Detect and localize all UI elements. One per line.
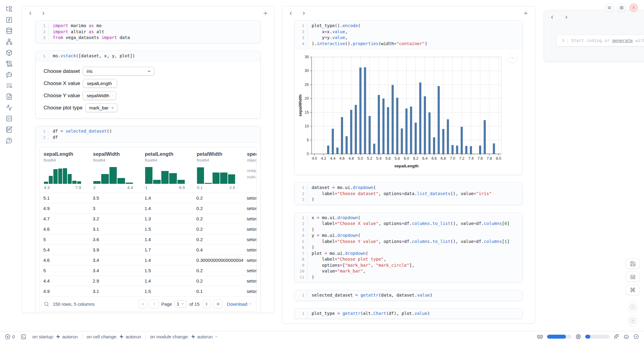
next-page-button[interactable] — [202, 299, 211, 308]
rail-snippets-button[interactable] — [6, 115, 13, 122]
line-number: 11 — [295, 274, 307, 280]
table-row[interactable]: 4.63.41.40.30000000000000004setosa — [40, 255, 256, 265]
line-number: 10 — [295, 268, 307, 274]
table-row[interactable]: 53.41.50.2setosa — [40, 265, 256, 276]
rail-ai-chat-button[interactable] — [6, 71, 13, 78]
table-row[interactable]: 5.43.91.70.4setosa — [40, 244, 256, 255]
code-editor[interactable]: 1mo.vstack([dataset, x, y, plot]) — [36, 51, 260, 61]
generate-link[interactable]: generate — [612, 38, 633, 43]
rail-data-sources-button[interactable] — [6, 27, 13, 34]
svg-text:4.4: 4.4 — [330, 156, 335, 161]
svg-text:6.2: 6.2 — [413, 156, 418, 161]
first-page-button[interactable] — [138, 299, 147, 308]
bar-chart[interactable]: 4.04.24.44.64.85.05.25.45.65.86.06.26.46… — [298, 52, 520, 171]
y-value-select[interactable]: sepalWidth — [83, 91, 116, 100]
rail-variables-button[interactable] — [6, 16, 13, 23]
code-editor[interactable]: 1x = mo.ui.dropdown(2 label="Choose X va… — [295, 213, 522, 283]
rail-help-button[interactable] — [6, 137, 13, 144]
panel-next-button[interactable] — [41, 10, 46, 16]
panel-prev-button[interactable] — [549, 14, 555, 20]
cell-dataset-dropdown[interactable]: 1dataset = mo.ui.dropdown(2 label="Choos… — [294, 182, 523, 205]
add-cell-button[interactable] — [523, 10, 529, 16]
bar — [355, 105, 357, 154]
last-page-button[interactable] — [213, 299, 223, 308]
cell-dataframe[interactable]: 1df = selected_dataset()2df sepalLengthf… — [35, 126, 261, 313]
column-histogram[interactable] — [93, 166, 133, 184]
table-row[interactable]: 53.61.40.2setosa — [40, 234, 256, 244]
column-name[interactable]: sepalLength — [44, 151, 89, 157]
error-indicator[interactable]: 0 — [5, 334, 15, 340]
rail-outline-button[interactable] — [6, 82, 13, 89]
menu-button[interactable] — [605, 3, 614, 12]
run-button[interactable] — [627, 315, 638, 326]
bar — [406, 109, 408, 154]
plot-type-select[interactable]: mark_bar — [85, 103, 117, 112]
table-cell: 0.2 — [193, 193, 243, 203]
dataset-select[interactable]: iris — [83, 67, 154, 76]
table-row[interactable]: 4.63.11.50.2setosa — [40, 224, 256, 234]
code-editor[interactable]: 1plot_type = getattr(alt.Chart(df), plot… — [295, 308, 522, 319]
rail-documentation-button[interactable] — [6, 93, 13, 100]
table-row[interactable]: 4.931.40.2setosa — [40, 203, 256, 213]
code-editor[interactable]: 1df = selected_dataset()2df — [36, 126, 260, 142]
column-name[interactable]: sepalWidth — [93, 151, 141, 157]
code-editor[interactable]: 1selected_dataset = getattr(data, datase… — [295, 290, 522, 301]
table-cell: 0.2 — [193, 213, 243, 224]
rail-dependency-graph-button[interactable] — [6, 38, 13, 45]
cell-vstack[interactable]: 1mo.vstack([dataset, x, y, plot]) Choose… — [35, 51, 261, 119]
table-cell: 3.1 — [89, 286, 141, 296]
column-name[interactable]: species — [247, 151, 257, 157]
cell-plot[interactable]: 1plot_type().encode(2 x=x.value,3 y=y.va… — [294, 20, 523, 175]
column-name[interactable]: petalWidth — [197, 151, 243, 157]
code-editor[interactable]: 1plot_type().encode(2 x=x.value,3 y=y.va… — [295, 21, 522, 49]
layout-button[interactable] — [626, 272, 640, 282]
column-name[interactable]: petalLength — [145, 151, 193, 157]
runtime-setting-1[interactable]: on cell change:autorun — [87, 334, 141, 339]
column-histogram[interactable] — [197, 166, 235, 184]
command-palette-button[interactable] — [626, 285, 640, 295]
svg-text:5.4: 5.4 — [376, 156, 381, 161]
control-label: Choose plot type — [44, 105, 83, 111]
table-row[interactable]: 4.73.21.30.2setosa — [40, 213, 256, 224]
rail-scratchpad-button[interactable] — [6, 126, 13, 133]
terminal-button[interactable] — [21, 334, 26, 340]
download-button[interactable]: Download — [227, 301, 252, 307]
copilot-button[interactable] — [623, 334, 629, 340]
panel-prev-button[interactable] — [28, 10, 33, 16]
code-editor[interactable]: 1import marimo as mo2import altair as al… — [36, 21, 260, 43]
save-button[interactable] — [626, 258, 640, 269]
cell-xyplot-dropdowns[interactable]: 1x = mo.ui.dropdown(2 label="Choose X va… — [294, 212, 523, 283]
column-histogram[interactable] — [44, 166, 81, 184]
rail-logs-button[interactable] — [6, 60, 13, 67]
close-panel-button[interactable] — [629, 3, 638, 12]
cell-imports[interactable]: 1import marimo as mo2import altair as al… — [35, 20, 261, 43]
table-row[interactable]: 5.13.51.40.2setosa — [40, 193, 256, 203]
rail-file-explorer-button[interactable] — [6, 5, 13, 12]
code-line: 5 label="Choose Y value", options=df.col… — [295, 239, 522, 245]
svg-text:4.6: 4.6 — [339, 156, 345, 161]
cell-plot-type[interactable]: 1plot_type = getattr(alt.Chart(df), plot… — [294, 308, 523, 319]
table-row[interactable]: 4.42.91.40.2setosa — [40, 276, 256, 286]
dataframe-table: sepalLengthfloat644.37.9sepalWidthfloat6… — [39, 147, 257, 312]
panel-prev-button[interactable] — [288, 10, 293, 16]
panel-next-button[interactable] — [301, 10, 306, 16]
rail-packages-button[interactable] — [6, 49, 13, 56]
table-row[interactable]: 4.93.11.50.1setosa — [40, 286, 256, 296]
runtime-setting-0[interactable]: on startup:autorun — [32, 334, 78, 339]
connection-status-button[interactable] — [633, 334, 639, 340]
code-editor[interactable]: 1dataset = mo.ui.dropdown(2 label="Choos… — [295, 183, 522, 205]
ai-assistant-button[interactable] — [614, 334, 619, 340]
new-cell-editor[interactable]: 1 Start coding or generate with — [556, 35, 644, 46]
chart-menu-button[interactable] — [507, 53, 517, 63]
settings-button[interactable] — [617, 3, 626, 12]
column-histogram[interactable] — [145, 166, 185, 184]
page-select[interactable]: 1 — [174, 300, 187, 308]
cell-selected-dataset[interactable]: 1selected_dataset = getattr(data, datase… — [294, 290, 523, 301]
rail-tracing-button[interactable] — [6, 104, 13, 111]
panel-next-button[interactable] — [564, 14, 569, 20]
runtime-setting-2[interactable]: on module change:autorun — [150, 334, 218, 339]
x-value-select[interactable]: sepalLength — [83, 79, 117, 88]
prev-page-button[interactable] — [150, 299, 159, 308]
add-cell-button[interactable] — [263, 10, 268, 16]
stop-button[interactable] — [627, 301, 638, 312]
